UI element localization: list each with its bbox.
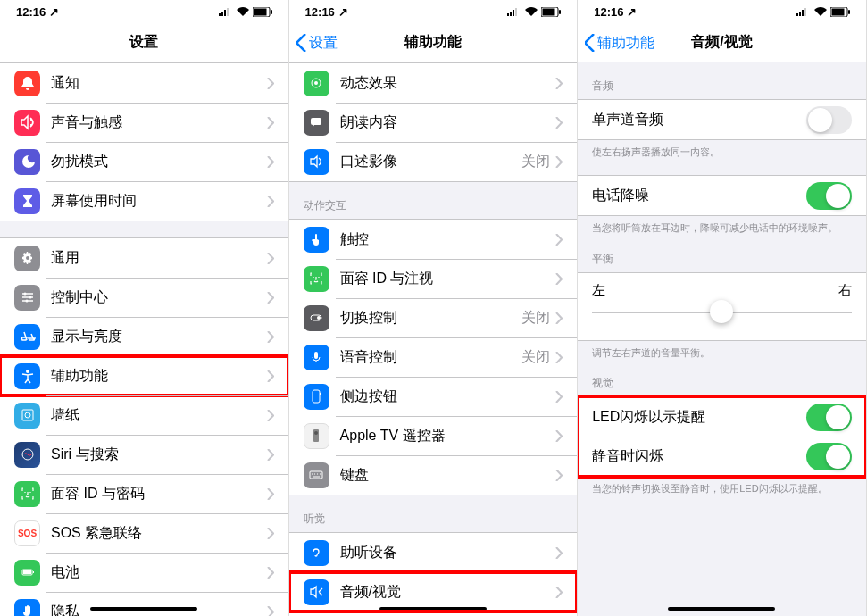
svg-rect-2: [224, 10, 226, 16]
balance-left-label: 左: [592, 282, 605, 299]
settings-row-触控[interactable]: 触控: [289, 220, 578, 259]
led-flash-row[interactable]: LED闪烁以示提醒: [578, 397, 866, 437]
settings-row-隐私[interactable]: 隐私: [0, 592, 288, 616]
status-bar: 12:16↗: [0, 0, 288, 23]
settings-row-声音与触感[interactable]: 声音与触感: [0, 103, 288, 142]
settings-row-屏幕使用时间[interactable]: 屏幕使用时间: [0, 181, 288, 221]
chevron-right-icon: [555, 273, 563, 285]
location-icon: ↗: [49, 5, 59, 19]
faceid-icon: [304, 266, 329, 292]
row-label: 语音控制: [340, 348, 522, 367]
settings-row-Apple TV 遥控器[interactable]: Apple TV 遥控器: [289, 416, 578, 455]
settings-row-Siri 与搜索[interactable]: Siri 与搜索: [0, 435, 288, 474]
settings-row-勿扰模式[interactable]: 勿扰模式: [0, 142, 288, 181]
settings-row-墙纸[interactable]: 墙纸: [0, 395, 288, 435]
motion-icon: [304, 71, 329, 96]
svg-rect-22: [543, 8, 555, 15]
section-header-balance: 平衡: [578, 252, 866, 272]
settings-row-口述影像[interactable]: 口述影像关闭: [289, 142, 578, 181]
settings-row-辅助功能[interactable]: 辅助功能: [0, 356, 288, 395]
sidebutton-icon: [304, 384, 329, 410]
row-value: 关闭: [521, 348, 550, 367]
settings-row-面容 ID 与密码[interactable]: 面容 ID 与密码: [0, 474, 288, 513]
settings-row-切换控制[interactable]: 切换控制关闭: [289, 298, 578, 337]
svg-rect-37: [799, 12, 801, 16]
section-header: 动作交互: [289, 198, 578, 219]
accessibility-icon: [14, 363, 40, 389]
voice-icon: [304, 345, 329, 370]
home-indicator[interactable]: [90, 607, 197, 611]
flash-on-silent-toggle[interactable]: [806, 443, 852, 470]
settings-row-通知[interactable]: 通知: [0, 63, 288, 103]
settings-row-朗读内容[interactable]: 朗读内容: [289, 103, 578, 142]
svg-point-33: [314, 431, 318, 435]
content-scroll[interactable]: 通知声音与触感勿扰模式屏幕使用时间 通用控制中心显示与亮度辅助功能墙纸Siri …: [0, 62, 288, 616]
svg-rect-38: [802, 10, 804, 16]
switch-icon: [304, 305, 329, 331]
chevron-right-icon: [555, 234, 563, 246]
svg-point-7: [23, 293, 26, 296]
ear-icon: [304, 540, 329, 566]
mono-audio-row[interactable]: 单声道音频: [578, 100, 866, 139]
settings-row-通用[interactable]: 通用: [0, 238, 288, 278]
row-label: SOS 紧急联络: [51, 524, 267, 543]
balance-slider[interactable]: [592, 312, 852, 313]
svg-rect-42: [848, 10, 850, 14]
textsize-icon: [14, 324, 40, 350]
nav-bar: 设置 辅助功能: [289, 23, 578, 62]
row-label: 朗读内容: [340, 113, 556, 132]
slider-thumb[interactable]: [710, 300, 733, 323]
screen-audio-visual: 12:16↗ 辅助功能 音频/视觉 音频 单声道音频 使左右扬声器播放同一内容。…: [578, 0, 867, 616]
back-label: 辅助功能: [597, 34, 654, 53]
noise-cancel-toggle[interactable]: [806, 182, 852, 210]
content-scroll[interactable]: 动态效果朗读内容口述影像关闭 动作交互 触控面容 ID 与注视切换控制关闭语音控…: [289, 62, 578, 616]
row-label: 面容 ID 与密码: [51, 485, 267, 504]
location-icon: ↗: [338, 5, 348, 19]
row-label: Siri 与搜索: [51, 445, 267, 464]
row-value: 关闭: [521, 153, 550, 171]
settings-row-助听设备[interactable]: 助听设备: [289, 533, 578, 572]
row-label: Apple TV 遥控器: [340, 427, 556, 445]
noise-cancel-row[interactable]: 电话降噪: [578, 176, 866, 215]
svg-rect-11: [22, 410, 33, 420]
back-button[interactable]: 辅助功能: [585, 23, 654, 62]
row-label: 勿扰模式: [51, 153, 267, 171]
battery-icon: [14, 560, 40, 586]
settings-row-SOS 紧急联络[interactable]: SOSSOS 紧急联络: [0, 513, 288, 553]
svg-rect-23: [559, 10, 561, 14]
remote-icon: [304, 423, 329, 449]
content-scroll[interactable]: 音频 单声道音频 使左右扬声器播放同一内容。 电话降噪 当您将听筒放在耳边时，降…: [578, 62, 866, 616]
settings-row-字幕与隐藏式字幕[interactable]: 字幕与隐藏式字幕: [289, 612, 578, 616]
chevron-right-icon: [555, 312, 563, 324]
chevron-right-icon: [267, 78, 274, 89]
mono-audio-toggle[interactable]: [806, 106, 852, 134]
svg-rect-6: [271, 10, 272, 14]
chevron-right-icon: [267, 253, 274, 264]
section-header-audio: 音频: [578, 79, 866, 99]
row-label: 助听设备: [340, 544, 556, 562]
sliders-icon: [14, 285, 40, 311]
back-button[interactable]: 设置: [296, 23, 338, 62]
siri-icon: [14, 442, 40, 468]
flash-on-silent-row[interactable]: 静音时闪烁: [578, 437, 866, 476]
settings-row-显示与亮度[interactable]: 显示与亮度: [0, 317, 288, 356]
settings-row-音频/视觉[interactable]: 音频/视觉: [289, 572, 578, 612]
chevron-right-icon: [267, 528, 274, 539]
settings-row-面容 ID 与注视[interactable]: 面容 ID 与注视: [289, 259, 578, 298]
keyboard-icon: [304, 462, 329, 488]
row-label: 音频/视觉: [340, 583, 556, 602]
settings-row-动态效果[interactable]: 动态效果: [289, 63, 578, 103]
settings-row-键盘[interactable]: 键盘: [289, 455, 578, 495]
led-flash-toggle[interactable]: [806, 404, 852, 431]
home-indicator[interactable]: [668, 607, 775, 611]
chevron-right-icon: [267, 331, 274, 343]
settings-row-侧边按钮[interactable]: 侧边按钮: [289, 377, 578, 416]
settings-row-语音控制[interactable]: 语音控制关闭: [289, 337, 578, 377]
chevron-right-icon: [267, 156, 274, 168]
back-label: 设置: [309, 34, 338, 53]
chevron-right-icon: [267, 117, 274, 129]
page-title: 辅助功能: [404, 33, 462, 52]
av-icon: [304, 579, 329, 605]
settings-row-电池[interactable]: 电池: [0, 553, 288, 592]
settings-row-控制中心[interactable]: 控制中心: [0, 278, 288, 317]
